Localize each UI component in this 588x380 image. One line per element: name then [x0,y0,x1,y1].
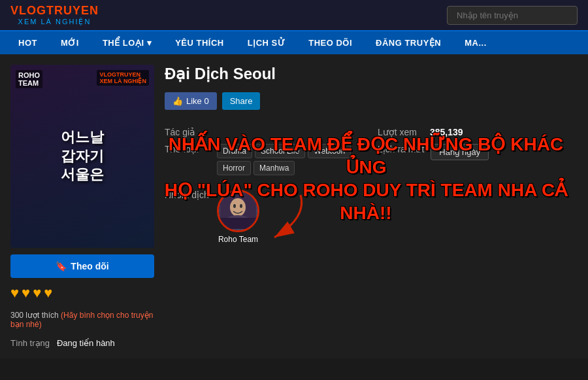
cover-logo-badge: VLOGTRUYENXEM LÀ NGHIỆN [97,70,149,86]
logo-top: VLOGTRUYEN [10,4,99,18]
bookmark-icon: 🔖 [56,261,67,271]
right-panel: Đại Dịch Seoul 👍 Like 0 Share NHẤN VÀO T… [165,65,578,348]
star-4[interactable]: ♥ [44,285,52,302]
roho-team-label: ROHOTEAM [16,70,42,88]
logo[interactable]: VLOGTRUYEN XEM LÀ NGHIỆN [10,4,99,26]
overlay-line2: HỌ "LÚA" CHO ROHO DUY TRÌ TEAM NHA CẢ NH… [157,179,575,224]
status-row: Tình trạng Đang tiến hành [10,338,154,348]
star-1[interactable]: ♥ [10,285,19,302]
logo-bottom: XEM LÀ NGHIỆN [18,18,91,26]
star-3[interactable]: ♥ [33,285,41,302]
overlay-line1: NHẤN VÀO TEAM ĐỂ ĐỌC NHỮNG BỘ KHÁC ỦNG [157,133,575,179]
star-2[interactable]: ♥ [22,285,30,302]
stars-row: ♥ ♥ ♥ ♥ [10,285,154,302]
like-button[interactable]: 👍 Like 0 [165,92,217,110]
cover-manga-text: 어느날 갑자기 서울은 [61,128,104,184]
arrow-icon [248,192,327,244]
follow-label: Theo dõi [71,261,108,271]
overlay-message: NHẤN VÀO TEAM ĐỂ ĐỌC NHỮNG BỘ KHÁC ỦNG H… [157,133,575,224]
follow-button[interactable]: 🔖 Theo dõi [10,254,154,278]
tinh-trang-value: Đang tiến hành [57,338,115,348]
navigation: HOT MỚI THỂ LOẠI ▾ YÊU THÍCH LỊCH SỬ THE… [0,31,588,54]
share-label: Share [230,96,253,106]
share-button[interactable]: Share [222,92,261,110]
left-panel: ROHOTEAM VLOGTRUYENXEM LÀ NGHIỆN 어느날 갑자기… [10,65,154,348]
nav-hot[interactable]: HOT [7,31,49,54]
rating-text: 300 lượt thích (Hãy bình chọn cho truyện… [10,311,154,329]
nav-dang-truyen[interactable]: ĐĂNG TRUYỆN [364,31,453,54]
nav-theo-doi[interactable]: THEO DÕI [297,31,364,54]
cover-title-line1: 어느날 [61,128,104,147]
manga-cover: ROHOTEAM VLOGTRUYENXEM LÀ NGHIỆN 어느날 갑자기… [10,65,154,248]
search-input[interactable] [447,6,578,25]
nav-yeu-thich[interactable]: YÊU THÍCH [163,31,236,54]
tinh-trang-label: Tình trạng [10,338,50,348]
like-label: Like 0 [186,96,209,106]
header: VLOGTRUYEN XEM LÀ NGHIỆN [0,0,588,31]
nav-moi[interactable]: MỚI [49,31,91,54]
manga-title: Đại Dịch Seoul [165,65,578,83]
cover-title-line2: 갑자기 [61,147,104,166]
nav-lich-su[interactable]: LỊCH SỬ [236,31,297,54]
nav-the-loai[interactable]: THỂ LOẠI ▾ [91,31,163,54]
thumbs-up-icon: 👍 [172,96,183,106]
action-buttons: 👍 Like 0 Share [165,92,578,110]
main-content: ROHOTEAM VLOGTRUYENXEM LÀ NGHIỆN 어느날 갑자기… [0,54,588,358]
rating-count: 300 lượt thích [10,311,59,320]
cover-title-line3: 서울은 [61,165,104,184]
nav-more[interactable]: MA... [453,31,498,54]
